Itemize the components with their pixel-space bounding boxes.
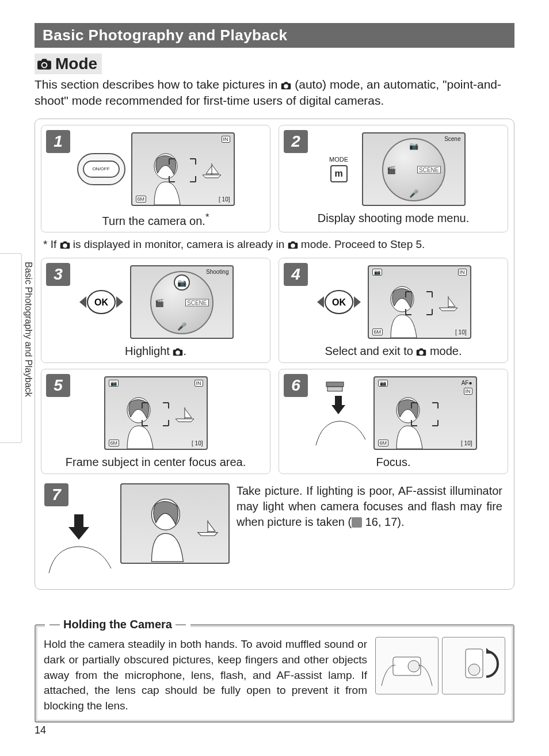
shutter-full-press-diagram bbox=[44, 511, 113, 574]
lcd-mode-menu: 📷 SCENE 🎤 🎬 Scene bbox=[362, 132, 466, 206]
svg-point-17 bbox=[408, 660, 420, 672]
mode-button-label: MODE bbox=[329, 156, 348, 163]
step-2: 2 MODE m 📷 SCENE 🎤 🎬 Scene bbox=[279, 125, 508, 233]
svg-text:OK: OK bbox=[332, 297, 346, 307]
caption-pre: Highlight bbox=[125, 345, 173, 357]
mode-dial-illustration: 📷 SCENE 🎤 🎬 bbox=[150, 271, 214, 334]
dial-movie-icon: 🎬 bbox=[155, 299, 164, 307]
step-number: 1 bbox=[46, 130, 70, 153]
lcd-counter: [ 10] bbox=[219, 196, 230, 203]
steps-container: 1 ON/OFF 6M [ 10] IN Turn the bbox=[35, 119, 514, 590]
step-number: 5 bbox=[46, 374, 70, 397]
lcd-in-badge: IN bbox=[464, 388, 472, 395]
step-number: 6 bbox=[284, 374, 308, 397]
mode-button-diagram: MODE m bbox=[322, 156, 356, 182]
dial-camera-icon: 📷 bbox=[409, 142, 418, 150]
sailboat-illustration bbox=[200, 162, 223, 178]
caption-post: mode. bbox=[426, 345, 462, 357]
holding-title: Holding the Camera bbox=[45, 618, 190, 631]
lcd-shooting-label: Shooting bbox=[206, 269, 228, 275]
svg-marker-14 bbox=[68, 514, 89, 540]
svg-marker-20 bbox=[486, 648, 492, 654]
lcd-cam-badge: 📷 bbox=[372, 269, 382, 276]
mode-button-m: m bbox=[330, 165, 348, 182]
camera-icon bbox=[37, 58, 52, 70]
lcd-size-badge: 6M bbox=[136, 196, 147, 203]
lcd-in-badge: IN bbox=[222, 136, 230, 143]
lcd-preview: 📷 6M [ 10] IN bbox=[104, 376, 208, 450]
page-number: 14 bbox=[35, 721, 512, 736]
dial-scene-label: SCENE bbox=[417, 166, 440, 173]
camera-icon bbox=[416, 348, 426, 356]
person-illustration bbox=[138, 494, 201, 563]
step-7-text: Take picture. If lighting is poor, AF-as… bbox=[237, 483, 505, 530]
dial-scene-label: SCENE bbox=[185, 299, 208, 307]
dial-movie-icon: 🎬 bbox=[387, 165, 396, 174]
holding-illustrations bbox=[375, 637, 505, 713]
step-caption: Focus. bbox=[283, 456, 504, 469]
lcd-focus: 📷 AF● IN 6M [ 10] bbox=[373, 376, 477, 450]
step-6: 6 📷 AF● IN 6M [ 10] Focus. bbox=[279, 369, 508, 474]
step-number: 3 bbox=[46, 263, 70, 286]
step-1: 1 ON/OFF 6M [ 10] IN Turn the bbox=[41, 125, 270, 233]
step-caption: Frame subject in center focus area. bbox=[45, 456, 266, 469]
lcd-size-badge: 6M bbox=[372, 329, 383, 335]
lcd-in-badge: IN bbox=[195, 380, 203, 387]
step7-post: 16, 17). bbox=[362, 516, 404, 528]
lcd-scene-label: Scene bbox=[444, 136, 460, 142]
power-switch-label: ON/OFF bbox=[83, 161, 120, 178]
sailboat-illustration bbox=[173, 406, 196, 422]
dial-mic-icon: 🎤 bbox=[177, 322, 186, 331]
footnote-p1: * If bbox=[43, 238, 60, 250]
dial-camera-icon-selected: 📷 bbox=[174, 274, 190, 291]
svg-marker-2 bbox=[116, 296, 123, 308]
svg-rect-11 bbox=[326, 382, 344, 387]
lcd-size-badge: 6M bbox=[109, 440, 120, 446]
holding-text: Hold the camera steadily in both hands. … bbox=[44, 637, 367, 713]
step-4: 4 OK 📷 6M [ 10] I bbox=[279, 258, 508, 363]
intro-text: This section describes how to take pictu… bbox=[35, 77, 514, 109]
camera-icon bbox=[173, 348, 183, 356]
lcd-in-badge: IN bbox=[458, 269, 467, 276]
caption-pre: Select and exit to bbox=[325, 345, 416, 357]
svg-marker-4 bbox=[317, 296, 324, 308]
lcd-counter: [ 10] bbox=[461, 440, 472, 446]
lcd-preview: 6M [ 10] IN bbox=[131, 132, 235, 206]
holding-horizontal-illustration bbox=[375, 637, 439, 694]
holding-vertical-illustration bbox=[442, 637, 505, 694]
ok-button-diagram: OK bbox=[316, 286, 362, 318]
step-number: 4 bbox=[284, 263, 308, 286]
lcd-preview: 📷 6M [ 10] IN bbox=[368, 265, 471, 339]
camera-icon bbox=[281, 81, 291, 90]
svg-point-19 bbox=[468, 664, 480, 675]
lcd-size-badge: 6M bbox=[378, 440, 389, 446]
asterisk: * bbox=[205, 212, 209, 223]
step-caption: Select and exit to mode. bbox=[283, 345, 504, 358]
lcd-af-indicator: AF● bbox=[462, 380, 472, 386]
dial-mic-icon: 🎤 bbox=[409, 189, 418, 198]
focus-brackets-icon bbox=[410, 402, 439, 427]
holding-camera-box: Holding the Camera Hold the camera stead… bbox=[35, 624, 514, 723]
mode-heading-text: Mode bbox=[55, 55, 97, 73]
section-heading: Basic Photography and Playback bbox=[35, 23, 514, 48]
lcd-result bbox=[120, 483, 230, 564]
lcd-cam-badge: 📷 bbox=[109, 380, 119, 387]
shutter-half-press-diagram bbox=[310, 376, 368, 450]
step-3: 3 OK 📷 SCENE 🎤 🎬 bbox=[41, 258, 270, 363]
step-7: 7 Take picture. If lighting is poor, AF-… bbox=[41, 480, 508, 581]
lcd-cam-badge: 📷 bbox=[378, 380, 388, 387]
step-caption: Turn the camera on.* bbox=[45, 212, 266, 228]
focus-brackets-icon bbox=[141, 402, 170, 427]
lcd-mode-menu-highlight: 📷 SCENE 🎤 🎬 Shooting bbox=[130, 265, 234, 339]
camera-icon bbox=[60, 240, 70, 249]
power-switch-diagram: ON/OFF bbox=[77, 153, 125, 185]
svg-marker-1 bbox=[79, 296, 86, 308]
step-caption: Highlight . bbox=[45, 345, 266, 358]
step-number: 2 bbox=[284, 130, 308, 153]
caption-post: . bbox=[183, 345, 186, 357]
lcd-counter: [ 10] bbox=[455, 329, 466, 335]
reference-icon bbox=[352, 517, 362, 528]
mode-dial-illustration: 📷 SCENE 🎤 🎬 bbox=[382, 138, 445, 201]
step-5: 5 📷 6M [ 10] IN Frame subject in center … bbox=[41, 369, 270, 474]
footnote-p2: is displayed in monitor, camera is alrea… bbox=[70, 238, 288, 250]
